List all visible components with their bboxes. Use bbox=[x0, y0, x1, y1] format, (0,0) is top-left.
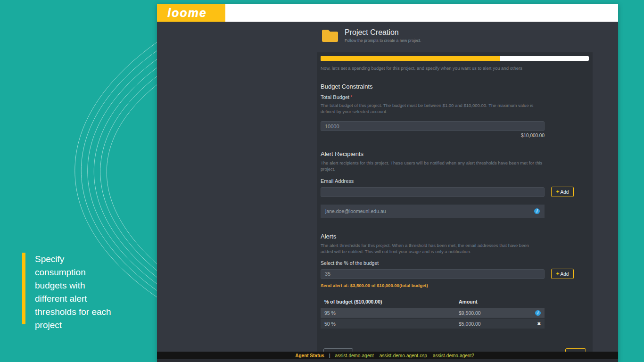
email-input-row: +Add bbox=[321, 187, 589, 197]
previous-button[interactable]: Previous bbox=[323, 348, 353, 352]
close-icon[interactable]: ✖ bbox=[537, 321, 541, 326]
agent-link[interactable]: assist-demo-agent bbox=[335, 353, 374, 358]
recipient-item: jane.doe@loomeuni.edu.au i bbox=[321, 205, 545, 218]
add-recipient-button[interactable]: +Add bbox=[551, 187, 574, 197]
marketing-caption: Specify consumption budgets with differe… bbox=[22, 253, 115, 332]
wizard-intro-text: Now, let's set a spending budget for thi… bbox=[321, 66, 589, 71]
col-header-amount: Amount bbox=[459, 299, 541, 304]
loome-logo: Loome bbox=[157, 4, 225, 22]
required-marker: * bbox=[350, 94, 352, 100]
total-budget-field-wrap bbox=[321, 121, 545, 131]
agent-link[interactable]: assist-demo-agent-csp bbox=[380, 353, 427, 358]
add-threshold-label: Add bbox=[561, 272, 569, 277]
info-icon[interactable]: i bbox=[534, 208, 540, 214]
total-budget-label-text: Total Budget bbox=[321, 94, 349, 100]
total-budget-input[interactable] bbox=[321, 121, 545, 131]
percent-label: Select the % of the budget bbox=[321, 260, 589, 266]
agent-status-label: Agent Status bbox=[295, 353, 324, 358]
wizard-card: Now, let's set a spending budget for thi… bbox=[317, 52, 593, 352]
row-amount: $9,500.00 bbox=[459, 310, 481, 316]
col-header-percent: % of budget ($10,000.00) bbox=[324, 299, 459, 304]
alert-recipients-help: The alert recipients for this project. T… bbox=[321, 160, 547, 172]
table-row: 95 % $9,500.00 i bbox=[321, 308, 545, 318]
page-header-text: Project Creation Follow the prompts to c… bbox=[345, 28, 421, 43]
table-row: 50 % $5,000.00 ✖ bbox=[321, 319, 545, 329]
status-separator: | bbox=[329, 353, 330, 358]
recipient-list: jane.doe@loomeuni.edu.au i bbox=[321, 205, 545, 218]
info-icon[interactable]: i bbox=[535, 310, 541, 316]
budget-constraints-heading: Budget Constraints bbox=[321, 83, 589, 90]
percent-input[interactable] bbox=[321, 269, 545, 279]
email-address-label: Email Address bbox=[321, 178, 589, 184]
total-budget-help: The total budget of this project. The bu… bbox=[321, 102, 547, 115]
percent-input-row: +Add bbox=[321, 269, 589, 279]
row-percent: 95 % bbox=[324, 310, 459, 316]
window-bottom-strip bbox=[157, 359, 618, 362]
add-threshold-button[interactable]: +Add bbox=[551, 269, 574, 279]
add-recipient-label: Add bbox=[561, 189, 569, 195]
progress-bar bbox=[321, 56, 589, 61]
top-bar-spacer bbox=[225, 4, 618, 22]
threshold-table: % of budget ($10,000.00) Amount 95 % $9,… bbox=[321, 296, 545, 329]
agent-status-bar: Agent Status | assist-demo-agent assist-… bbox=[157, 352, 618, 359]
alerts-help: The alert thresholds for this project. W… bbox=[321, 242, 540, 255]
plus-icon: + bbox=[556, 189, 560, 195]
progress-bar-fill bbox=[321, 56, 500, 61]
app-window: Loome Project Creation Follow the prompt… bbox=[157, 4, 618, 362]
next-button[interactable]: Next bbox=[565, 348, 586, 352]
email-input[interactable] bbox=[321, 187, 545, 197]
wizard-footer: Previous Next bbox=[321, 348, 589, 352]
page-header: Project Creation Follow the prompts to c… bbox=[321, 28, 618, 43]
loome-logo-text: Loome bbox=[167, 6, 207, 20]
plus-icon: + bbox=[556, 271, 560, 277]
alerts-heading: Alerts bbox=[321, 233, 589, 240]
alert-recipients-heading: Alert Recipients bbox=[321, 150, 589, 157]
caption-accent-bar bbox=[22, 253, 25, 324]
total-budget-label: Total Budget* bbox=[321, 94, 589, 100]
folder-icon bbox=[321, 29, 339, 43]
total-budget-formatted: $10,000.00 bbox=[321, 133, 545, 138]
row-percent: 50 % bbox=[324, 321, 459, 327]
top-bar: Loome bbox=[157, 4, 618, 22]
caption-text: Specify consumption budgets with differe… bbox=[35, 253, 115, 332]
agent-link[interactable]: assist-demo-agent2 bbox=[433, 353, 474, 358]
alert-preview-text: Send alert at: $3,500.00 of $10,000.00(t… bbox=[321, 283, 589, 288]
threshold-table-header: % of budget ($10,000.00) Amount bbox=[321, 296, 545, 307]
page-title: Project Creation bbox=[345, 28, 421, 37]
row-amount: $5,000.00 bbox=[459, 321, 481, 327]
recipient-email: jane.doe@loomeuni.edu.au bbox=[325, 208, 386, 214]
page-subtitle: Follow the prompts to create a new proje… bbox=[345, 38, 421, 43]
main-content: Project Creation Follow the prompts to c… bbox=[157, 22, 618, 352]
